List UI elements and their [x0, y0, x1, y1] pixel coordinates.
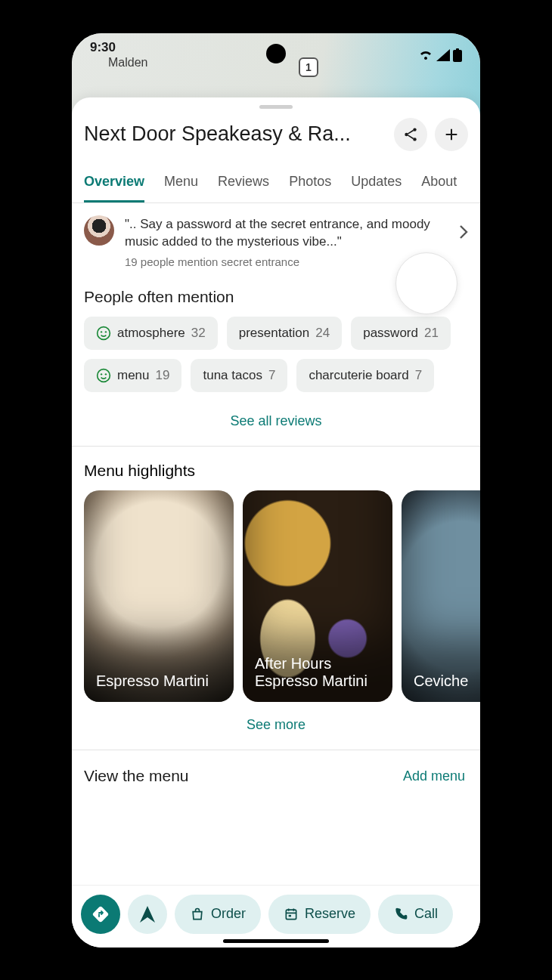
share-button[interactable]: [394, 118, 427, 151]
order-label: Order: [211, 906, 246, 922]
menu-card-ceviche[interactable]: Ceviche: [402, 490, 480, 702]
add-menu-link[interactable]: Add menu: [403, 768, 465, 784]
see-all-reviews-link[interactable]: See all reviews: [72, 398, 480, 446]
chip-presentation[interactable]: presentation 24: [227, 317, 343, 350]
svg-point-10: [105, 373, 107, 375]
tab-updates[interactable]: Updates: [351, 174, 402, 202]
bag-icon: [190, 907, 205, 922]
snippet-quote: ".. Say a password at the secret entranc…: [125, 215, 448, 252]
view-menu-row: View the menu Add menu: [72, 750, 480, 793]
menu-card-label: After Hours Espresso Martini: [255, 655, 380, 690]
calendar-icon: [284, 907, 299, 922]
reserve-button[interactable]: Reserve: [268, 895, 371, 934]
chip-count: 24: [315, 326, 330, 341]
chip-label: password: [363, 326, 418, 341]
svg-point-8: [98, 369, 110, 382]
svg-point-6: [101, 331, 102, 332]
see-more-link[interactable]: See more: [72, 702, 480, 750]
snippet-body: ".. Say a password at the secret entranc…: [125, 215, 448, 269]
plus-icon: [443, 126, 460, 143]
chip-count: 7: [415, 368, 422, 383]
directions-button[interactable]: [81, 895, 120, 934]
chip-label: tuna tacos: [203, 368, 262, 383]
status-location: Malden: [108, 56, 147, 70]
tab-overview[interactable]: Overview: [84, 174, 144, 202]
place-sheet: Next Door Speakeasy & Ra... Overview Men…: [72, 97, 480, 948]
svg-rect-1: [456, 48, 459, 51]
chip-tuna-tacos[interactable]: tuna tacos 7: [191, 359, 287, 392]
chip-count: 19: [156, 368, 170, 383]
menu-highlights-title: Menu highlights: [72, 447, 480, 490]
status-time: 9:30: [90, 40, 147, 55]
svg-point-5: [98, 327, 110, 340]
reserve-label: Reserve: [305, 906, 355, 922]
smile-icon: [96, 368, 111, 383]
status-icons: [418, 48, 462, 62]
chevron-right-icon: [459, 215, 468, 240]
wifi-icon: [418, 49, 433, 61]
menu-card-espresso-martini[interactable]: Espresso Martini: [84, 490, 234, 702]
chip-label: charcuterie board: [309, 368, 408, 383]
tabs: Overview Menu Reviews Photos Updates Abo…: [72, 160, 480, 203]
chip-charcuterie[interactable]: charcuterie board 7: [296, 359, 434, 392]
svg-point-7: [105, 331, 107, 332]
tab-menu[interactable]: Menu: [164, 174, 198, 202]
content-scroll[interactable]: ".. Say a password at the secret entranc…: [72, 203, 480, 948]
menu-card-label: Ceviche: [414, 672, 468, 690]
smile-icon: [96, 326, 111, 341]
start-navigation-button[interactable]: [128, 895, 167, 934]
svg-rect-12: [286, 910, 296, 920]
call-button[interactable]: Call: [378, 895, 453, 934]
call-label: Call: [414, 906, 438, 922]
chip-count: 21: [424, 326, 439, 341]
navigate-icon: [140, 906, 155, 923]
phone-frame: 1 9:30 Malden Next Door Speakeasy & Ra..…: [64, 26, 488, 955]
home-indicator[interactable]: [223, 939, 329, 943]
chip-label: atmosphere: [117, 326, 185, 341]
camera-notch: [266, 44, 286, 63]
svg-rect-11: [92, 905, 110, 923]
reviewer-avatar: [84, 215, 114, 246]
chip-count: 32: [191, 326, 206, 341]
directions-icon: [91, 905, 110, 923]
chip-menu[interactable]: menu 19: [84, 359, 181, 392]
chip-password[interactable]: password 21: [351, 317, 451, 350]
floating-loading-indicator: [395, 252, 457, 314]
place-title: Next Door Speakeasy & Ra...: [84, 122, 386, 146]
mention-chips: atmosphere 32 presentation 24 password 2…: [72, 317, 480, 398]
bottom-action-bar: Order Reserve Call: [72, 885, 480, 948]
chip-count: 7: [268, 368, 275, 383]
sheet-grabber[interactable]: [259, 105, 293, 109]
place-header: Next Door Speakeasy & Ra...: [72, 115, 480, 160]
svg-rect-13: [289, 914, 291, 917]
menu-card-label: Espresso Martini: [96, 672, 209, 690]
tab-reviews[interactable]: Reviews: [218, 174, 269, 202]
chip-label: presentation: [239, 326, 310, 341]
battery-icon: [453, 48, 462, 62]
menu-highlights-row[interactable]: Espresso Martini After Hours Espresso Ma…: [72, 490, 480, 702]
menu-card-after-hours[interactable]: After Hours Espresso Martini: [243, 490, 392, 702]
tab-about[interactable]: About: [421, 174, 457, 202]
order-button[interactable]: Order: [175, 895, 261, 934]
svg-point-9: [101, 373, 102, 375]
phone-icon: [393, 907, 408, 922]
svg-rect-0: [453, 50, 462, 62]
chip-atmosphere[interactable]: atmosphere 32: [84, 317, 218, 350]
add-button[interactable]: [435, 118, 468, 151]
signal-icon: [436, 49, 450, 61]
view-menu-title: View the menu: [84, 767, 189, 785]
tab-photos[interactable]: Photos: [289, 174, 331, 202]
share-icon: [402, 126, 419, 143]
chip-label: menu: [117, 368, 150, 383]
